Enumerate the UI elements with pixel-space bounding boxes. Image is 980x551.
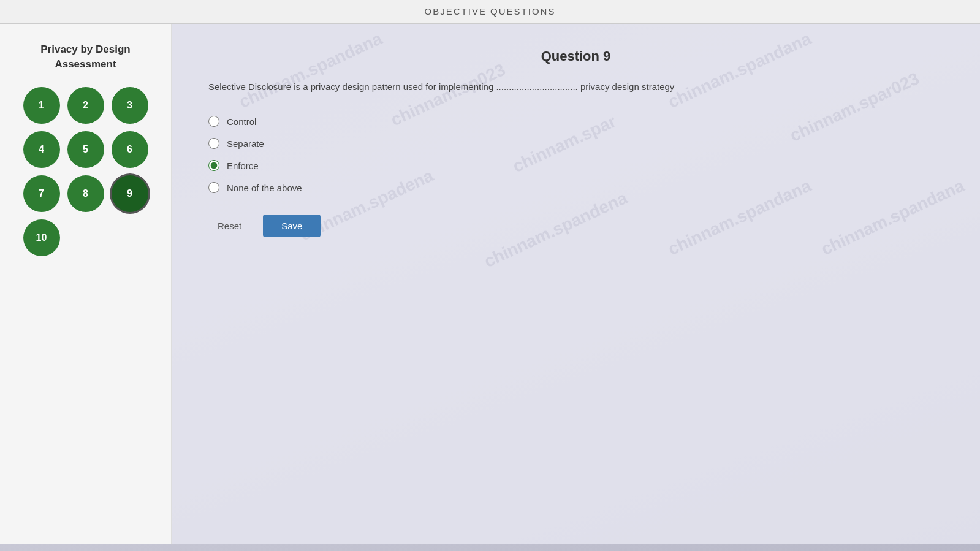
sidebar-title: Privacy by Design Assessment — [12, 42, 159, 72]
question-nav-btn-5[interactable]: 5 — [67, 131, 104, 168]
option-label-2[interactable]: Separate — [227, 139, 264, 149]
option-label-4[interactable]: None of the above — [227, 183, 302, 193]
option-item-2[interactable]: Separate — [208, 138, 943, 149]
reset-button[interactable]: Reset — [208, 216, 251, 236]
header-title: OBJECTIVE QUESTIONS — [425, 6, 556, 17]
question-number: Question 9 — [208, 48, 943, 64]
question-nav-btn-10[interactable]: 10 — [23, 219, 60, 256]
question-nav-btn-3[interactable]: 3 — [112, 87, 148, 124]
radio-opt1[interactable] — [208, 116, 219, 127]
option-label-3[interactable]: Enforce — [227, 161, 259, 171]
question-area: chinnam.spandanachinnam.sp023chinnam.spa… — [172, 24, 980, 544]
save-button[interactable]: Save — [263, 215, 321, 237]
question-nav-btn-4[interactable]: 4 — [23, 131, 60, 168]
question-text: Selective Disclosure is a privacy design… — [208, 80, 943, 94]
option-item-1[interactable]: Control — [208, 116, 943, 127]
option-item-4[interactable]: None of the above — [208, 182, 943, 193]
question-content: Question 9 Selective Disclosure is a pri… — [208, 48, 943, 237]
options-list: ControlSeparateEnforceNone of the above — [208, 116, 943, 193]
option-item-3[interactable]: Enforce — [208, 160, 943, 171]
radio-opt4[interactable] — [208, 182, 219, 193]
radio-opt2[interactable] — [208, 138, 219, 149]
main-content: Privacy by Design Assessment 12345678910… — [0, 24, 980, 544]
question-nav-btn-7[interactable]: 7 — [23, 175, 60, 212]
question-nav-btn-2[interactable]: 2 — [67, 87, 104, 124]
action-buttons: Reset Save — [208, 215, 943, 237]
option-label-1[interactable]: Control — [227, 116, 256, 127]
question-nav-btn-6[interactable]: 6 — [112, 131, 148, 168]
screen: OBJECTIVE QUESTIONS Privacy by Design As… — [0, 0, 980, 551]
header: OBJECTIVE QUESTIONS — [0, 0, 980, 24]
radio-opt3[interactable] — [208, 160, 219, 171]
question-grid: 12345678910 — [12, 87, 159, 256]
question-nav-btn-9[interactable]: 9 — [112, 175, 148, 212]
question-nav-btn-1[interactable]: 1 — [23, 87, 60, 124]
sidebar: Privacy by Design Assessment 12345678910 — [0, 24, 172, 544]
question-nav-btn-8[interactable]: 8 — [67, 175, 104, 212]
